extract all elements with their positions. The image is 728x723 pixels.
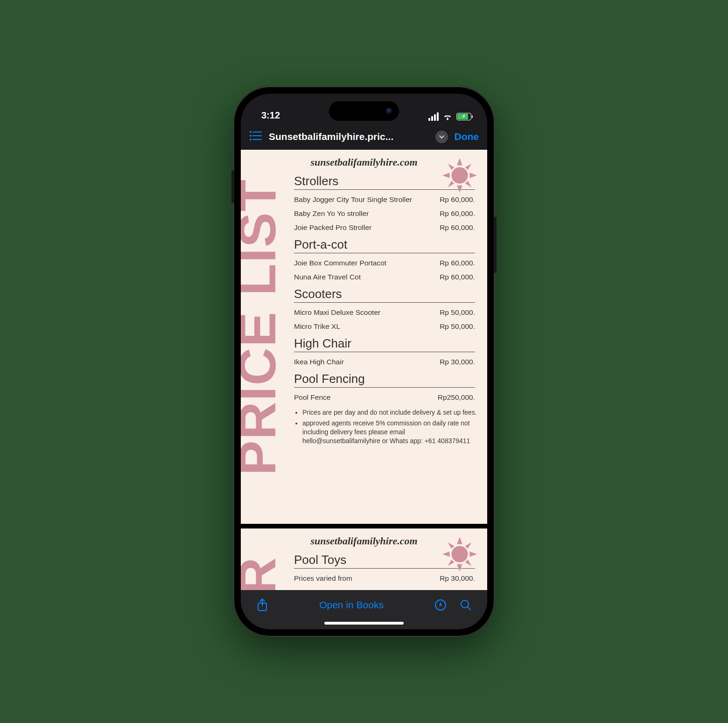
markup-icon[interactable] [431, 599, 450, 611]
item-price: Rp 60,000. [440, 209, 475, 218]
price-row: Micro Maxi Deluxe ScooterRp 50,000. [294, 303, 475, 317]
note-item: approved agents receive 5% commission on… [302, 419, 477, 445]
svg-marker-7 [457, 158, 462, 166]
wifi-icon [442, 113, 453, 120]
svg-marker-16 [457, 537, 462, 544]
category-title: High Chair [294, 336, 475, 352]
item-name: Pool Fence [294, 393, 438, 402]
document-viewport[interactable]: PRICE LIST [241, 150, 487, 590]
svg-marker-23 [465, 560, 472, 566]
item-price: Rp 60,000. [440, 195, 475, 204]
svg-line-27 [468, 607, 470, 610]
document-title: Sunsetbalifamilyhire.pric... [269, 131, 429, 142]
svg-marker-10 [469, 173, 477, 178]
svg-point-5 [250, 139, 252, 140]
price-list-vertical-title-p2: PR [241, 556, 279, 590]
item-name: Joie Box Commuter Portacot [294, 259, 440, 267]
category-title: Port-a-cot [294, 237, 475, 253]
pdf-page-2: PR [241, 528, 487, 590]
done-button[interactable]: Done [455, 131, 479, 142]
item-price: Rp 60,000. [440, 273, 475, 281]
price-row: Nuna Aire Travel CotRp 60,000. [294, 267, 475, 281]
categories-list: StrollersBaby Jogger City Tour Single St… [294, 174, 475, 402]
list-icon[interactable] [249, 131, 262, 143]
item-name: Nuna Aire Travel Cot [294, 273, 440, 281]
item-price: Rp 50,000. [440, 308, 475, 317]
category-title: Pool Fencing [294, 372, 475, 388]
svg-marker-20 [448, 542, 455, 549]
item-name: Micro Trike XL [294, 322, 440, 331]
svg-point-4 [250, 135, 252, 137]
dynamic-island [329, 101, 399, 121]
navbar: Sunsetbalifamilyhire.pric... Done [241, 124, 487, 150]
svg-marker-8 [457, 185, 462, 193]
phone-frame: 3:12 ⚡︎ Sunsetbalifamilyhire.pric... Don… [233, 86, 495, 637]
battery-charging-icon: ⚡︎ [456, 113, 471, 120]
svg-marker-14 [465, 181, 472, 188]
svg-marker-12 [465, 164, 472, 170]
status-time: 3:12 [261, 110, 280, 121]
price-row: Micro Trike XLRp 50,000. [294, 317, 475, 331]
sun-icon [441, 536, 478, 574]
item-price: Rp 50,000. [440, 322, 475, 331]
item-price: Rp 60,000. [440, 259, 475, 267]
open-in-books-button[interactable]: Open in Books [319, 599, 384, 611]
svg-marker-18 [442, 551, 450, 557]
svg-point-3 [250, 131, 252, 133]
item-price: Rp 60,000. [440, 223, 475, 232]
status-right: ⚡︎ [428, 112, 471, 121]
screen: 3:12 ⚡︎ Sunsetbalifamilyhire.pric... Don… [241, 94, 487, 629]
item-name: Micro Maxi Deluxe Scooter [294, 308, 440, 317]
price-row: Joie Box Commuter PortacotRp 60,000. [294, 253, 475, 267]
svg-marker-11 [448, 164, 455, 170]
price-row: Ikea High ChairRp 30,000. [294, 352, 475, 366]
cellular-signal-icon [428, 112, 439, 121]
svg-marker-9 [442, 173, 450, 178]
price-list-vertical-title: PRICE LIST [241, 179, 279, 475]
price-row: Pool FenceRp250,000. [294, 388, 475, 402]
chevron-down-icon[interactable] [435, 131, 448, 143]
item-name: Ikea High Chair [294, 358, 440, 366]
svg-point-6 [451, 167, 468, 183]
price-row: Joie Packed Pro StrollerRp 60,000. [294, 218, 475, 232]
svg-marker-19 [469, 551, 477, 557]
sun-icon [441, 157, 478, 195]
price-row: Baby Zen Yo Yo strollerRp 60,000. [294, 204, 475, 218]
item-name: Joie Packed Pro Stroller [294, 223, 440, 232]
item-price: Rp 30,000. [440, 574, 475, 583]
svg-marker-21 [465, 542, 472, 549]
svg-marker-17 [457, 564, 462, 571]
svg-point-15 [451, 546, 468, 562]
item-name: Baby Jogger City Tour Single Stroller [294, 195, 440, 204]
category-title: Scooters [294, 287, 475, 303]
item-name: Prices varied from [294, 574, 440, 583]
note-item: Prices are per day and do not include de… [302, 408, 477, 417]
notes-list: Prices are per day and do not include de… [294, 408, 477, 445]
home-indicator[interactable] [324, 622, 404, 625]
svg-marker-13 [448, 181, 455, 188]
pdf-page-1: PRICE LIST [241, 150, 487, 524]
item-name: Baby Zen Yo Yo stroller [294, 209, 440, 218]
item-price: Rp 30,000. [440, 358, 475, 366]
search-icon[interactable] [456, 599, 475, 611]
share-icon[interactable] [253, 598, 272, 612]
item-price: Rp250,000. [438, 393, 475, 402]
svg-marker-22 [448, 560, 455, 566]
